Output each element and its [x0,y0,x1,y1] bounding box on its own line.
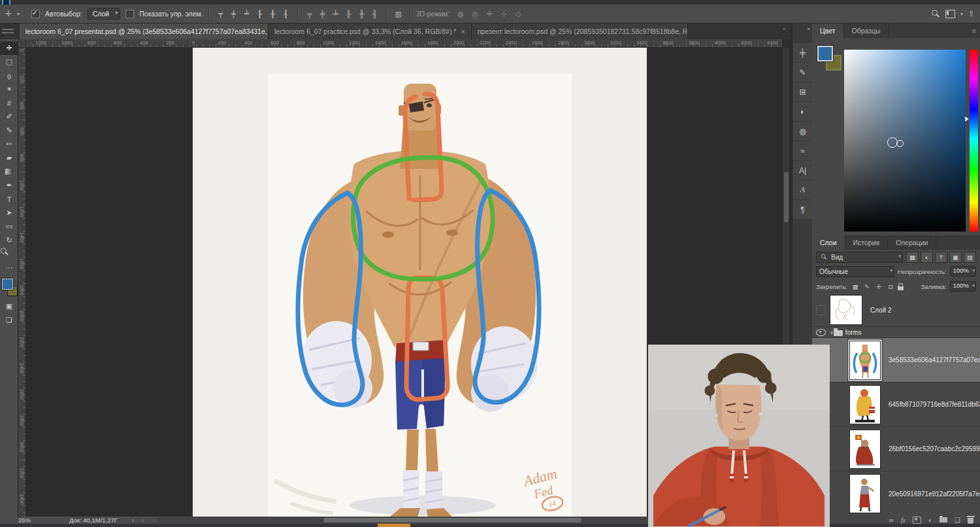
foreground-color-swatch[interactable] [2,279,13,290]
layer-row-hash1[interactable]: 3e58533e606a4127f7757a07ea... [812,338,980,382]
brush-settings-icon[interactable]: ╪ [793,43,812,62]
search-icon[interactable] [931,9,940,18]
3d-camera-icon[interactable]: ◇ [512,8,524,20]
adjustment-layer-icon[interactable]: ◐ [928,517,932,524]
mixer-brush-tool[interactable]: ✏ [0,137,18,151]
document-canvas[interactable]: Adam Fed 14 [193,48,647,517]
quick-selection-tool[interactable]: ✶ [0,82,18,96]
tab-actions[interactable]: Операции [888,235,936,250]
distribute-bottom-icon[interactable]: ╧ [330,8,342,20]
paths-icon[interactable]: ≈ [793,141,812,160]
horizontal-scrollbar-thumb[interactable] [323,518,581,522]
zoom-level-field[interactable]: 25% [18,517,42,524]
gradient-tool[interactable] [0,165,18,178]
layer-thumbnail[interactable] [849,430,881,469]
eyedropper-tool[interactable]: ✐ [0,110,18,124]
type-tool[interactable]: T [0,192,18,206]
lock-transparency-icon[interactable]: ▩ [851,282,860,291]
layer-thumbnail[interactable] [849,474,881,513]
layer-mask-icon[interactable] [913,517,921,524]
layer-row-sloy2[interactable]: Слой 2 [812,294,980,327]
foreground-color-swatch[interactable] [817,46,833,61]
align-left-icon[interactable]: ┠ [254,8,266,20]
distribute-top-icon[interactable]: ╤ [304,8,316,20]
eye-icon[interactable] [816,329,826,336]
group-disclosure-icon[interactable]: ∨ [830,330,834,335]
tab-layers[interactable]: Слои [812,235,845,250]
panel-menu-icon[interactable]: ≡ [972,27,980,35]
doc-tab-2[interactable]: lectoroom 6_07 practice.psd @ 33,3% (Сло… [269,24,472,39]
blend-mode-select[interactable]: Обычные [816,266,894,277]
3d-drag-icon[interactable]: ✛ [483,8,495,20]
filter-smart-icon[interactable]: ▤ [964,252,976,263]
layer-row-hash3[interactable]: 26bf0156ec5207caabc2c29599f... [812,427,980,471]
layer-name[interactable]: Слой 2 [870,307,892,314]
character-panel-icon[interactable]: A| [793,161,812,180]
lock-paint-icon[interactable]: ✎ [862,282,872,291]
align-vcenter-icon[interactable]: ┿ [228,8,240,20]
brush-tool[interactable]: ✎ [0,124,18,137]
3d-orbit-icon[interactable]: ◍ [455,8,466,20]
filter-adjustment-icon[interactable]: ◐ [921,252,933,263]
link-layers-icon[interactable]: ∞ [889,517,894,524]
layer-filter-select[interactable]: Вид [816,252,903,263]
close-tab-icon[interactable]: × [461,27,465,35]
layer-style-icon[interactable]: fx [901,517,906,524]
saturation-brightness-picker[interactable] [844,50,966,231]
pen-tool[interactable]: ✒ [0,178,18,192]
layer-thumbnail[interactable] [849,341,881,380]
align-bottom-icon[interactable]: ┷ [241,8,253,20]
rotate-view-tool[interactable]: ↻ [0,233,18,247]
color-swatches[interactable] [0,277,18,299]
layer-thumbnail[interactable] [830,295,862,325]
layer-thumbnail[interactable] [849,385,881,424]
share-icon[interactable]: ⇧ [968,10,975,18]
status-options-arrow-icon[interactable]: › [132,517,134,524]
marquee-tool[interactable]: ▢ [0,55,18,69]
path-select-tool[interactable]: ➤ [0,206,18,220]
dock-collapse-icon[interactable]: « [808,26,809,32]
lock-artboard-icon[interactable]: ⊡ [886,282,895,291]
video-timeline-bar[interactable] [0,524,980,527]
tabbar-collapse-icon[interactable]: ⌃ [781,27,787,34]
show-controls-checkbox[interactable] [125,10,134,18]
vertical-scrollbar-thumb[interactable] [784,172,789,222]
zoom-tool[interactable] [0,247,18,261]
new-layer-icon[interactable]: ❏ [955,517,960,524]
move-tool[interactable]: ✛ [0,41,18,55]
layer-name[interactable]: 3e58533e606a4127f7757a07ea... [889,356,980,364]
distribute-right-icon[interactable]: ╢ [369,8,381,20]
layer-name[interactable]: 26bf0156ec5207caabc2c29599f... [889,445,980,452]
new-group-icon[interactable] [939,517,947,522]
screen-mode-button[interactable]: ❏ [0,313,18,327]
layer-name[interactable]: 20e50916971e912af2205f7a7ec... [889,490,980,498]
adjustments-icon[interactable]: ◐ [793,102,812,121]
autoselect-checkbox[interactable] [31,10,40,18]
filter-pixel-icon[interactable]: ▦ [906,252,919,263]
workspace-icon[interactable] [945,10,955,18]
toolbar-more[interactable]: ⋯ [0,261,18,275]
tool-preset-caret-icon[interactable]: ▾ [17,11,20,17]
lock-position-icon[interactable]: ✛ [874,282,883,291]
shape-tool[interactable]: ▭ [0,220,18,233]
clone-source-icon[interactable]: ⊞ [793,82,812,101]
visibility-toggle[interactable] [816,305,826,315]
paragraph-panel-icon[interactable]: ¶ [793,200,812,219]
doc-tab-3[interactable]: презент lectoroom.psd @ 25% (20859350182… [472,24,688,39]
autoselect-target-select[interactable]: Слой [88,8,121,20]
hue-slider[interactable] [970,50,978,231]
layer-row-hash4[interactable]: 20e50916971e912af2205f7a7ec... [812,471,980,516]
distribute-hcenter-icon[interactable]: ╫ [356,8,368,20]
lock-all-icon[interactable] [898,283,904,290]
materials-icon[interactable]: ◍ [793,122,812,141]
opacity-field[interactable]: 100% [950,266,976,277]
3d-roll-icon[interactable]: ◎ [469,8,481,20]
3d-slide-icon[interactable]: ⊹ [498,8,510,20]
distribute-vcenter-icon[interactable]: ╪ [317,8,329,20]
eraser-tool[interactable]: ▰ [0,151,18,165]
layer-row-hash2[interactable]: 645fb871079716e8d7fe811db63... [812,382,980,427]
align-hcenter-icon[interactable]: ╂ [267,8,279,20]
brush-presets-icon[interactable]: ✎ [793,63,812,82]
fill-field[interactable]: 100% [950,281,976,292]
quick-mask-button[interactable]: ▣ [0,299,18,313]
